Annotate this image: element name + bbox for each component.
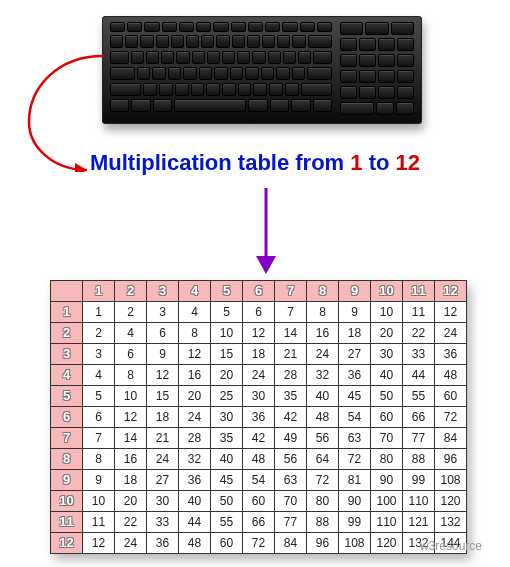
table-cell: 36 (435, 344, 467, 365)
table-cell: 8 (83, 449, 115, 470)
table-cell: 45 (339, 386, 371, 407)
table-cell: 48 (243, 449, 275, 470)
column-header: 2 (115, 281, 147, 302)
table-cell: 55 (403, 386, 435, 407)
table-cell: 14 (275, 323, 307, 344)
table-cell: 18 (115, 470, 147, 491)
table-cell: 40 (307, 386, 339, 407)
table-cell: 49 (275, 428, 307, 449)
column-header: 6 (243, 281, 275, 302)
column-header: 10 (371, 281, 403, 302)
table-cell: 81 (339, 470, 371, 491)
table-cell: 20 (211, 365, 243, 386)
table-cell: 25 (211, 386, 243, 407)
table-cell: 50 (371, 386, 403, 407)
table-cell: 80 (307, 491, 339, 512)
table-cell: 70 (275, 491, 307, 512)
heading-range-end: 12 (396, 150, 420, 175)
table-cell: 48 (307, 407, 339, 428)
table-cell: 44 (403, 365, 435, 386)
table-cell: 120 (371, 533, 403, 554)
table-cell: 36 (147, 533, 179, 554)
table-cell: 22 (115, 512, 147, 533)
table-cell: 4 (179, 302, 211, 323)
row-header: 11 (51, 512, 83, 533)
table-cell: 16 (115, 449, 147, 470)
column-header: 3 (147, 281, 179, 302)
table-cell: 18 (339, 323, 371, 344)
heading-text: Multiplication table from 1 to 12 (10, 150, 500, 176)
table-cell: 18 (243, 344, 275, 365)
table-cell: 2 (83, 323, 115, 344)
table-cell: 132 (435, 512, 467, 533)
table-cell: 6 (147, 323, 179, 344)
column-header: 8 (307, 281, 339, 302)
table-cell: 90 (371, 470, 403, 491)
table-cell: 72 (243, 533, 275, 554)
table-cell: 7 (83, 428, 115, 449)
table-cell: 66 (243, 512, 275, 533)
table-cell: 8 (307, 302, 339, 323)
multiplication-table: 1234567891011121123456789101112224681012… (50, 280, 467, 554)
table-cell: 55 (211, 512, 243, 533)
table-cell: 22 (403, 323, 435, 344)
table-cell: 77 (403, 428, 435, 449)
table-cell: 96 (435, 449, 467, 470)
table-cell: 6 (115, 344, 147, 365)
table-cell: 10 (371, 302, 403, 323)
table-cell: 16 (179, 365, 211, 386)
table-cell: 3 (83, 344, 115, 365)
table-cell: 36 (339, 365, 371, 386)
table-cell: 10 (211, 323, 243, 344)
table-cell: 28 (179, 428, 211, 449)
table-corner-cell (51, 281, 83, 302)
table-cell: 54 (243, 470, 275, 491)
table-cell: 108 (339, 533, 371, 554)
table-cell: 3 (147, 302, 179, 323)
row-header: 9 (51, 470, 83, 491)
table-cell: 32 (179, 449, 211, 470)
column-header: 12 (435, 281, 467, 302)
table-cell: 80 (371, 449, 403, 470)
table-cell: 88 (307, 512, 339, 533)
column-header: 7 (275, 281, 307, 302)
table-cell: 16 (307, 323, 339, 344)
table-cell: 56 (307, 428, 339, 449)
table-cell: 4 (115, 323, 147, 344)
table-cell: 56 (275, 449, 307, 470)
table-cell: 36 (243, 407, 275, 428)
table-cell: 21 (147, 428, 179, 449)
table-cell: 30 (371, 344, 403, 365)
table-cell: 84 (275, 533, 307, 554)
table-cell: 99 (339, 512, 371, 533)
keyboard-image (102, 16, 422, 124)
table-cell: 6 (83, 407, 115, 428)
diagram-stage: Multiplication table from 1 to 12 123456… (10, 10, 500, 557)
table-cell: 42 (275, 407, 307, 428)
heading-range-mid: to (369, 150, 390, 175)
row-header: 4 (51, 365, 83, 386)
table-cell: 24 (115, 533, 147, 554)
table-cell: 40 (371, 365, 403, 386)
table-cell: 30 (147, 491, 179, 512)
table-cell: 11 (83, 512, 115, 533)
table-cell: 77 (275, 512, 307, 533)
table-cell: 2 (115, 302, 147, 323)
row-header: 6 (51, 407, 83, 428)
table-cell: 60 (371, 407, 403, 428)
table-cell: 24 (307, 344, 339, 365)
column-header: 5 (211, 281, 243, 302)
table-cell: 20 (115, 491, 147, 512)
table-cell: 40 (211, 449, 243, 470)
table-cell: 12 (435, 302, 467, 323)
table-cell: 18 (147, 407, 179, 428)
table-cell: 6 (243, 302, 275, 323)
table-cell: 14 (115, 428, 147, 449)
table-cell: 24 (147, 449, 179, 470)
table-cell: 21 (275, 344, 307, 365)
table-cell: 12 (83, 533, 115, 554)
watermark-text: w3resource (420, 539, 482, 553)
column-header: 1 (83, 281, 115, 302)
table-cell: 1 (83, 302, 115, 323)
table-cell: 7 (275, 302, 307, 323)
